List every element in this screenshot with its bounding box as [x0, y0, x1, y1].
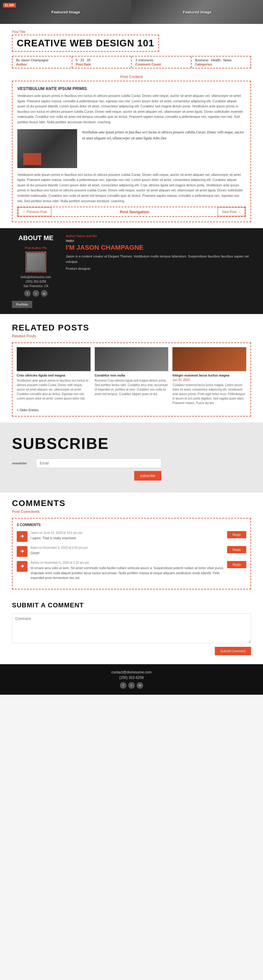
prev-post-button[interactable]: ← Previous Post — [18, 207, 51, 216]
comment-text-0: I agree. That is really important. — [30, 536, 224, 541]
related-grid: Cras ultricies ligula sed magna Vestibul… — [17, 347, 246, 405]
comment-body-1: Aiden on November 6, 2020 at 5:43 pm pst… — [30, 546, 224, 556]
subscribe-field-label: newsletter — [12, 461, 33, 465]
related-card-img-2 — [173, 347, 246, 371]
comment-value: 3 comments — [135, 58, 187, 62]
author-social-icons: f t in — [12, 290, 60, 297]
content-with-image: Vestibulum ante ipsum primis in faucibus… — [17, 129, 246, 168]
featured-image-2[interactable]: Featured Image — [132, 0, 263, 24]
category-label: Categories — [195, 62, 247, 66]
related-border: Cras ultricies ligula sed magna Vestibul… — [12, 342, 251, 417]
twitter-icon[interactable]: t — [33, 290, 39, 297]
comment-body-2: Ashley on November 5, 2020 at 2:26 am ps… — [30, 561, 224, 581]
about-me-title: ABOUT ME — [12, 234, 60, 242]
subscribe-title: SUBSCRIBE — [12, 434, 251, 452]
footer-phone: (255) 352-6258 — [12, 676, 251, 680]
date-value: 5 · 23 · 20 — [76, 58, 128, 62]
author-value: By Jason Champagne — [16, 58, 68, 62]
comment-meta-1: Aiden on November 6, 2020 at 5:43 pm pst — [30, 546, 224, 549]
footer-linkedin-icon[interactable]: in — [136, 682, 143, 689]
post-content-section: Post Content VESTIBULUM ANTE IPSUM PRIMI… — [0, 72, 263, 228]
post-nav-label: Post Navigation — [51, 210, 217, 214]
post-title-border: CREATIVE WEB DESIGN 101 — [12, 35, 159, 52]
comment-meta-2: Ashley on November 5, 2020 at 2:26 am ps… — [30, 561, 224, 564]
related-card-0[interactable]: Cras ultricies ligula sed magna Vestibul… — [17, 347, 90, 405]
comment-item-0: ✦ Jason on June 16, 2020 at 3:01 pm pst … — [17, 531, 246, 542]
post-meta-comments: 3 comments Comment Count — [132, 57, 192, 68]
date-label: Post Date — [76, 62, 128, 66]
post-navigation: ← Previous Post Post Navigation Next Pos… — [17, 207, 246, 217]
related-card-1[interactable]: Curabitur non nulla Business Cras ultric… — [95, 347, 169, 405]
post-meta-date: 5 · 23 · 20 Post Date — [72, 57, 132, 68]
submit-comment-button[interactable]: Submit Comment — [215, 647, 251, 655]
comment-meta-0: Jason on June 16, 2020 at 3:01 pm pst — [30, 531, 224, 535]
author-right: Author Name and Bio Hello! I'M JASON CHA… — [66, 234, 251, 273]
author-role: Product designer — [66, 267, 251, 270]
author-bio: Jason is a content creator at Elegant Th… — [66, 254, 251, 264]
content-image — [17, 129, 77, 168]
price-badge: $1,400 — [3, 3, 16, 8]
portfolio-button[interactable]: Portfolio — [12, 301, 32, 308]
category-value: Business · Health · News — [195, 58, 247, 62]
reply-button-1[interactable]: Reply — [227, 546, 246, 553]
subscribe-section: SUBSCRIBE newsletter subscribe — [0, 423, 263, 493]
related-card-title-0: Cras ultricies ligula sed magna — [17, 374, 90, 377]
related-card-img-1 — [95, 347, 169, 371]
reply-button-2[interactable]: Reply — [227, 561, 246, 568]
related-label: Related Posts — [12, 334, 251, 338]
comment-avatar-2: ✦ — [17, 561, 27, 572]
comment-avatar-1: ✦ — [17, 546, 27, 557]
submit-comment-title: SUBMIT A COMMENT — [12, 601, 251, 609]
footer-social-icons: f t in — [12, 682, 251, 689]
footer-twitter-icon[interactable]: t — [128, 682, 135, 689]
submit-comment-section: SUBMIT A COMMENT Submit Comment — [0, 598, 263, 664]
subscribe-button[interactable]: subscribe — [134, 471, 162, 480]
subscribe-row: newsletter — [12, 458, 162, 468]
comments-label: Post Comments — [12, 509, 251, 514]
comments-section: COMMENTS Post Comments 3 COMMENTS ✦ Jaso… — [0, 493, 263, 598]
related-card-img-0 — [17, 347, 90, 371]
related-card-2[interactable]: Integer euismod lacus luctus magna Jun 2… — [173, 347, 246, 405]
author-hello: Hello! — [66, 239, 251, 243]
author-left: ABOUT ME Post Author Pic hello@diviresum… — [12, 234, 60, 297]
post-title-label: Post Title — [12, 30, 251, 33]
facebook-icon[interactable]: f — [24, 290, 31, 297]
linkedin-icon[interactable]: in — [41, 290, 48, 297]
related-main-title: RELATED POSTS — [12, 323, 251, 332]
content-para1: Vestibulum ante ipsum primis in faucibus… — [17, 93, 246, 125]
subscribe-email-input[interactable] — [36, 458, 162, 468]
comment-avatar-0: ✦ — [17, 531, 27, 542]
comment-text-2: Id ornare arcu odio ut sem. Sit amet com… — [30, 565, 224, 581]
author-label: Author — [16, 62, 68, 66]
content-border: VESTIBULUM ANTE IPSUM PRIMIS Vestibulum … — [12, 81, 251, 222]
author-pic — [25, 251, 46, 272]
author-pic-label: Post Author Pic — [12, 246, 60, 250]
content-para2: Vestibulum ante ipsum primis in faucibus… — [17, 172, 246, 204]
older-entries-link[interactable]: « Older Entries — [17, 408, 246, 412]
related-card-date-2: Jun 20, 2020 — [173, 378, 246, 382]
footer-email: contact@diviresume.com — [12, 670, 251, 675]
author-bio-label: Author Name and Bio — [66, 234, 251, 238]
content-quote: Vestibulum ante ipsum primis in faucibus… — [82, 129, 246, 168]
related-card-title-2: Integer euismod lacus luctus magna — [173, 374, 246, 377]
featured-image-1[interactable]: $1,400 Featured Image — [0, 0, 132, 24]
featured-image-1-label: Featured Image — [51, 10, 80, 14]
content-subtitle: VESTIBULUM ANTE IPSUM PRIMIS — [17, 86, 246, 91]
related-card-title-1: Curabitur non nulla — [95, 374, 169, 377]
related-card-text-2: Curabitur euismod lacus luctus magna. Lo… — [173, 383, 246, 405]
comment-textarea[interactable] — [12, 613, 251, 643]
comment-label: Comment Count — [135, 62, 187, 66]
related-section: RELATED POSTS Related Posts Cras ultrici… — [0, 314, 263, 423]
footer: contact@diviresume.com (255) 352-6258 f … — [0, 664, 263, 695]
related-card-text-1: Business Cras ultricies ligula sed magna… — [95, 378, 169, 396]
author-avatar — [27, 253, 45, 271]
reply-button-0[interactable]: Reply — [227, 531, 246, 538]
next-post-button[interactable]: Next Post → — [217, 207, 245, 216]
author-location: San Francisco, CA — [12, 285, 60, 288]
comment-item-1: ✦ Aiden on November 6, 2020 at 5:43 pm p… — [17, 546, 246, 557]
author-name-big: I'M JASON CHAMPAGNE — [66, 244, 251, 251]
subscribe-form: newsletter subscribe — [12, 458, 162, 480]
footer-facebook-icon[interactable]: f — [120, 682, 127, 689]
post-meta-categories: Business · Health · News Categories — [192, 57, 251, 68]
post-title-section: Post Title CREATIVE WEB DESIGN 101 By Ja… — [0, 24, 263, 72]
